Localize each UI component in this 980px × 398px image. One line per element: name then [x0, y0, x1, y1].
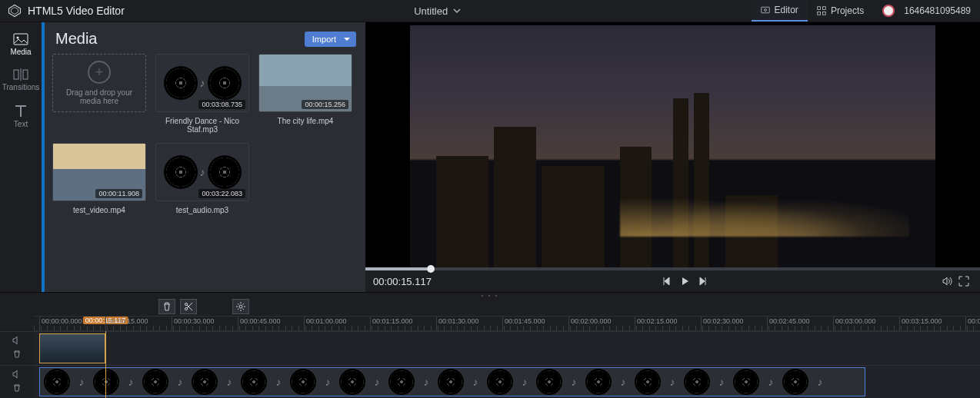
- media-item[interactable]: ♪00:03:08.735Friendly Dance - Nico Staf.…: [155, 54, 249, 134]
- svg-rect-8: [14, 34, 28, 45]
- avatar-icon: [882, 5, 895, 17]
- nav-projects[interactable]: Projects: [808, 0, 873, 22]
- video-track-head: [0, 331, 34, 365]
- scrubber-fill: [365, 267, 427, 270]
- audio-clip[interactable]: ♪♪♪♪♪♪♪♪♪♪♪♪♪♪♪♪: [39, 367, 865, 397]
- media-filename: test_video.mp4: [52, 206, 146, 214]
- settings-button[interactable]: [232, 299, 249, 314]
- media-panel-header: Media Import: [45, 22, 365, 54]
- timeline-toolbar: [0, 297, 980, 316]
- video-clip[interactable]: [39, 333, 105, 363]
- ruler-tick: 00:00:15.000: [105, 317, 148, 330]
- ruler-tick: 00:01:00.000: [304, 317, 347, 330]
- svg-point-3: [764, 9, 766, 12]
- rail-transitions[interactable]: Transitions: [0, 64, 42, 99]
- media-dropzone[interactable]: + Drag and drop your media here: [52, 54, 146, 134]
- media-filename: test_audio.mp3: [155, 206, 249, 214]
- ruler-tick: 00:02:30.000: [701, 317, 744, 330]
- fullscreen-button[interactable]: [955, 273, 972, 290]
- timeline: 00:00:15.117 00:00:00.00000:00:15.00000:…: [0, 297, 980, 398]
- text-icon: [13, 104, 28, 118]
- preview-timecode: 00:00:15.117: [373, 276, 432, 287]
- media-filename: The city life.mp4: [258, 117, 352, 125]
- ruler-tick: 00:01:45.000: [502, 317, 545, 330]
- top-right: Editor Projects 1646481095489: [752, 0, 980, 22]
- preview-controls: 00:00:15.117: [365, 270, 980, 292]
- nav-editor[interactable]: Editor: [752, 0, 808, 22]
- svg-point-9: [17, 37, 19, 39]
- timeline-tracks: ♪♪♪♪♪♪♪♪♪♪♪♪♪♪♪♪: [0, 331, 980, 398]
- media-thumbnail[interactable]: 00:00:11.908: [52, 143, 146, 201]
- video-lane[interactable]: [34, 331, 980, 365]
- ruler-tick: 00:00:45.000: [238, 317, 281, 330]
- rail-text[interactable]: Text: [0, 99, 42, 136]
- preview-panel: 00:00:15.117: [365, 22, 980, 292]
- media-duration: 00:00:15.256: [302, 100, 348, 109]
- media-filename: Friendly Dance - Nico Staf.mp3: [155, 117, 249, 134]
- media-thumbnail[interactable]: ♪00:03:08.735: [155, 54, 249, 112]
- scrubber-handle[interactable]: [427, 265, 435, 273]
- media-item[interactable]: ♪00:03:22.083test_audio.mp3: [155, 143, 249, 214]
- ruler-tick: 00:02:00.000: [568, 317, 612, 330]
- ruler-row: 00:00:15.117 00:00:00.00000:00:15.00000:…: [0, 316, 980, 331]
- project-title: Untitled: [414, 5, 448, 17]
- preview-canvas[interactable]: [410, 25, 935, 267]
- tool-rail: Media Transitions Text: [0, 22, 42, 292]
- grid-icon: [817, 6, 826, 15]
- svg-rect-10: [14, 70, 18, 79]
- ruler-tick: 00:02:45.000: [767, 317, 810, 330]
- rail-media[interactable]: Media: [0, 28, 42, 64]
- ruler-tick: 00:03:15.000: [899, 317, 942, 330]
- mute-audio-button[interactable]: [12, 370, 22, 380]
- timeline-ruler[interactable]: 00:00:15.117 00:00:00.00000:00:15.00000:…: [34, 316, 980, 331]
- media-panel: Media Import + Drag and drop your media …: [42, 22, 365, 292]
- volume-button[interactable]: [938, 273, 955, 290]
- app-logo-icon: [8, 4, 22, 18]
- app-title: HTML5 Video Editor: [28, 5, 125, 17]
- ruler-tick: 00:00:30.000: [172, 317, 215, 330]
- media-duration: 00:03:22.083: [198, 189, 245, 198]
- preview-scrubber[interactable]: [365, 267, 980, 270]
- import-button[interactable]: Import: [305, 32, 356, 47]
- delete-audio-track-button[interactable]: [13, 383, 21, 394]
- audio-track-head: [0, 365, 34, 399]
- media-thumbnail[interactable]: ♪00:03:22.083: [155, 143, 249, 201]
- svg-point-15: [239, 305, 242, 308]
- transitions-icon: [13, 68, 28, 81]
- plus-icon: +: [88, 61, 111, 84]
- delete-button[interactable]: [158, 299, 175, 314]
- play-button[interactable]: [676, 273, 693, 290]
- ruler-tick: 00:03:30.000: [965, 317, 980, 330]
- ruler-tick: 00:00:00.000: [39, 317, 82, 330]
- delete-video-track-button[interactable]: [13, 350, 21, 360]
- editor-icon: [761, 5, 770, 15]
- svg-rect-11: [23, 70, 28, 79]
- ruler-tick: 00:03:00.000: [833, 317, 876, 330]
- mute-video-button[interactable]: [12, 336, 22, 347]
- svg-marker-1: [12, 8, 18, 15]
- next-frame-button[interactable]: [693, 273, 710, 290]
- svg-rect-2: [761, 7, 769, 13]
- user-id: 1646481095489: [904, 5, 971, 16]
- top-bar: HTML5 Video Editor Untitled Editor Proje…: [0, 0, 980, 22]
- svg-rect-6: [818, 12, 821, 15]
- project-title-dropdown[interactable]: Untitled: [125, 5, 752, 17]
- user-menu[interactable]: 1646481095489: [873, 0, 980, 22]
- prev-frame-button[interactable]: [659, 273, 676, 290]
- main-area: Media Transitions Text Media Import + Dr…: [0, 22, 980, 293]
- ruler-tick: 00:02:15.000: [635, 317, 678, 330]
- audio-lane[interactable]: ♪♪♪♪♪♪♪♪♪♪♪♪♪♪♪♪: [34, 365, 980, 399]
- media-item[interactable]: 00:00:11.908test_video.mp4: [52, 143, 146, 214]
- media-item[interactable]: 00:00:15.256The city life.mp4: [258, 54, 352, 134]
- svg-marker-0: [9, 5, 21, 17]
- svg-rect-5: [822, 7, 825, 10]
- media-panel-title: Media: [55, 30, 97, 48]
- split-button[interactable]: [180, 299, 197, 314]
- media-thumbnail[interactable]: 00:00:15.256: [258, 54, 352, 112]
- ruler-tick: 00:01:15.000: [370, 317, 413, 330]
- svg-rect-7: [822, 12, 825, 15]
- media-grid: + Drag and drop your media here ♪00:03:0…: [45, 54, 365, 292]
- media-duration: 00:03:08.735: [198, 100, 245, 109]
- chevron-down-icon: [452, 6, 462, 15]
- image-icon: [13, 33, 28, 45]
